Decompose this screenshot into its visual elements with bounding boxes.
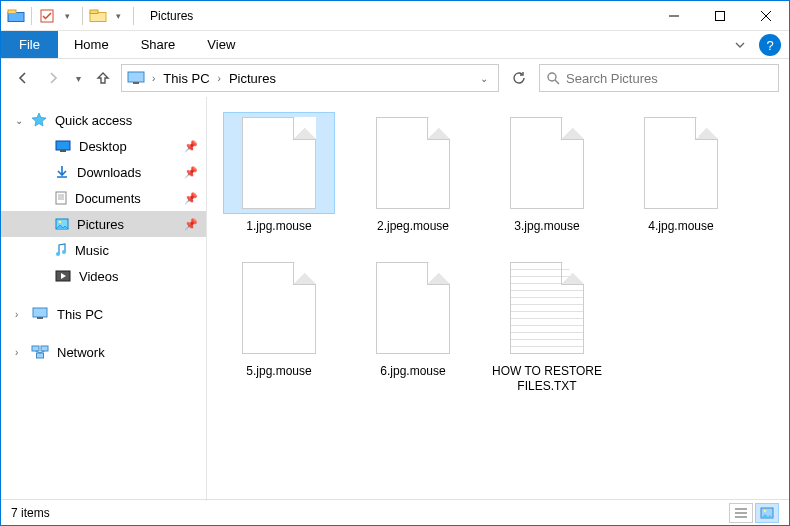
help-button[interactable]: ? — [759, 34, 781, 56]
sidebar-this-pc-label: This PC — [57, 307, 103, 322]
svg-line-12 — [555, 80, 559, 84]
window-controls — [651, 1, 789, 31]
file-name-label: 1.jpg.mouse — [246, 219, 311, 234]
ribbon-tab-share[interactable]: Share — [125, 31, 192, 58]
file-name-label: 4.jpg.mouse — [648, 219, 713, 234]
network-icon — [31, 345, 49, 359]
music-icon — [55, 243, 67, 257]
file-tab[interactable]: File — [1, 31, 58, 58]
sidebar-item-downloads[interactable]: Downloads 📌 — [1, 159, 206, 185]
file-item[interactable]: 2.jpeg.mouse — [355, 113, 471, 234]
title-bar: ▾ ▾ Pictures — [1, 1, 789, 31]
ribbon-expand-button[interactable] — [725, 31, 755, 58]
sidebar-item-documents[interactable]: Documents 📌 — [1, 185, 206, 211]
search-box[interactable]: Search Pictures — [539, 64, 779, 92]
this-pc-icon — [31, 307, 49, 321]
svg-rect-13 — [56, 141, 70, 150]
file-item[interactable]: 3.jpg.mouse — [489, 113, 605, 234]
chevron-right-icon[interactable]: › — [150, 73, 157, 84]
pin-icon: 📌 — [184, 192, 198, 205]
sidebar-item-label: Pictures — [77, 217, 124, 232]
svg-rect-14 — [60, 150, 66, 152]
svg-point-20 — [59, 221, 62, 224]
sidebar-item-videos[interactable]: Videos — [1, 263, 206, 289]
svg-rect-9 — [128, 72, 144, 82]
file-name-label: HOW TO RESTORE FILES.TXT — [492, 364, 602, 394]
svg-rect-10 — [133, 82, 139, 84]
generic-file-icon — [376, 262, 450, 354]
sidebar-item-label: Documents — [75, 191, 141, 206]
maximize-button[interactable] — [697, 1, 743, 31]
file-item[interactable]: 4.jpg.mouse — [623, 113, 739, 234]
svg-point-21 — [56, 252, 60, 256]
file-item[interactable]: 1.jpg.mouse — [221, 113, 337, 234]
toolbar-separator — [31, 7, 32, 25]
qa-dropdown-icon[interactable]: ▾ — [58, 7, 76, 25]
svg-rect-1 — [8, 10, 16, 14]
properties-icon[interactable] — [38, 7, 56, 25]
back-button[interactable] — [11, 66, 35, 90]
ribbon: File Home Share View ? — [1, 31, 789, 59]
svg-rect-25 — [37, 317, 43, 319]
folder-dropdown-icon[interactable]: ▾ — [109, 7, 127, 25]
svg-point-35 — [764, 509, 767, 512]
toolbar-separator — [133, 7, 134, 25]
sidebar-quick-access-label: Quick access — [55, 113, 132, 128]
sidebar-item-desktop[interactable]: Desktop 📌 — [1, 133, 206, 159]
address-bar[interactable]: › This PC › Pictures ⌄ — [121, 64, 499, 92]
downloads-icon — [55, 165, 69, 179]
view-toggles — [729, 503, 779, 523]
file-name-label: 3.jpg.mouse — [514, 219, 579, 234]
thumbnails-view-button[interactable] — [755, 503, 779, 523]
sidebar-item-label: Music — [75, 243, 109, 258]
generic-file-icon — [510, 117, 584, 209]
generic-file-icon — [242, 117, 316, 209]
file-name-label: 5.jpg.mouse — [246, 364, 311, 379]
recent-locations-button[interactable]: ▾ — [71, 66, 85, 90]
svg-rect-28 — [37, 353, 44, 358]
ribbon-tab-view[interactable]: View — [191, 31, 251, 58]
breadcrumb-pictures[interactable]: Pictures — [227, 71, 278, 86]
status-bar: 7 items — [1, 499, 789, 525]
sidebar-item-label: Downloads — [77, 165, 141, 180]
chevron-right-icon[interactable]: › — [216, 73, 223, 84]
address-dropdown-icon[interactable]: ⌄ — [474, 73, 494, 84]
minimize-button[interactable] — [651, 1, 697, 31]
svg-point-11 — [548, 73, 556, 81]
sidebar-quick-access[interactable]: ⌄ Quick access — [1, 107, 206, 133]
close-button[interactable] — [743, 1, 789, 31]
generic-file-icon — [376, 117, 450, 209]
forward-button[interactable] — [41, 66, 65, 90]
file-list[interactable]: 1.jpg.mouse 2.jpeg.mouse 3.jpg.mouse 4.j… — [207, 97, 789, 501]
file-item[interactable]: HOW TO RESTORE FILES.TXT — [489, 258, 605, 394]
sidebar-network[interactable]: › Network — [1, 339, 206, 365]
breadcrumb-this-pc[interactable]: This PC — [161, 71, 211, 86]
window-title: Pictures — [150, 9, 193, 23]
ribbon-tab-home[interactable]: Home — [58, 31, 125, 58]
this-pc-icon — [126, 71, 146, 85]
sidebar-item-music[interactable]: Music — [1, 237, 206, 263]
details-view-button[interactable] — [729, 503, 753, 523]
sidebar-item-pictures[interactable]: Pictures 📌 — [1, 211, 206, 237]
caret-down-icon[interactable]: ⌄ — [15, 115, 23, 126]
sidebar-item-label: Videos — [79, 269, 119, 284]
search-icon — [546, 71, 560, 85]
file-name-label: 6.jpg.mouse — [380, 364, 445, 379]
svg-rect-26 — [32, 346, 39, 351]
refresh-button[interactable] — [505, 64, 533, 92]
file-item[interactable]: 6.jpg.mouse — [355, 258, 471, 394]
pin-icon: 📌 — [184, 218, 198, 231]
file-item[interactable]: 5.jpg.mouse — [221, 258, 337, 394]
star-icon — [31, 112, 47, 128]
up-button[interactable] — [91, 66, 115, 90]
file-name-label: 2.jpeg.mouse — [377, 219, 449, 234]
text-file-icon — [510, 262, 584, 354]
body: ⌄ Quick access Desktop 📌 Downloads 📌 Doc… — [1, 97, 789, 501]
caret-right-icon[interactable]: › — [15, 309, 18, 320]
svg-rect-24 — [33, 308, 47, 317]
quick-access-toolbar: ▾ ▾ — [1, 7, 144, 25]
sidebar-this-pc[interactable]: › This PC — [1, 301, 206, 327]
pictures-icon — [55, 218, 69, 230]
desktop-icon — [55, 140, 71, 152]
caret-right-icon[interactable]: › — [15, 347, 18, 358]
